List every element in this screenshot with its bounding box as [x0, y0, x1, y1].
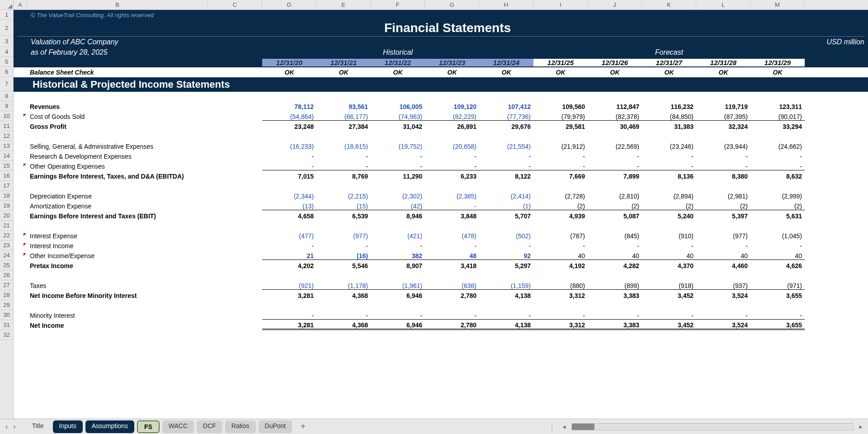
col-header-I[interactable]: I	[533, 0, 588, 9]
row-header-7[interactable]: 7	[0, 77, 13, 91]
col-header-M[interactable]: M	[750, 0, 805, 9]
cell-10-1[interactable]: (15)	[316, 203, 371, 210]
cell-7-2[interactable]: 11,290	[371, 173, 425, 180]
date-header-4[interactable]: 12/31/24	[479, 59, 533, 66]
select-all-corner[interactable]	[0, 0, 14, 10]
cell-7-5[interactable]: 7,669	[533, 173, 588, 180]
cell-9-0[interactable]: (2,344)	[262, 193, 316, 200]
cell-22-3[interactable]: 2,780	[425, 321, 479, 330]
cell-16-4[interactable]: 5,297	[479, 262, 533, 269]
bs-check-8[interactable]: OK	[696, 69, 750, 76]
cell-1-7[interactable]: (84,850)	[642, 113, 696, 121]
cell-18-7[interactable]: (918)	[642, 282, 696, 290]
cell-7-7[interactable]: 8,136	[642, 173, 696, 180]
cell-11-6[interactable]: 5,087	[588, 212, 642, 220]
cell-13-6[interactable]: (845)	[588, 232, 642, 240]
sheet-tab-assumptions[interactable]: Assumptions	[85, 420, 134, 433]
cell-10-8[interactable]: (2)	[696, 203, 750, 210]
sheet-tab-dupont[interactable]: DuPont	[259, 420, 292, 433]
cell-0-3[interactable]: 109,120	[425, 103, 479, 110]
cell-6-8[interactable]: -	[696, 163, 750, 170]
cell-9-4[interactable]: (2,414)	[479, 193, 533, 200]
cell-19-8[interactable]: 3,524	[696, 292, 750, 299]
cell-22-4[interactable]: 4,138	[479, 321, 533, 330]
cell-11-4[interactable]: 5,707	[479, 212, 533, 220]
cell-18-0[interactable]: (921)	[262, 282, 316, 290]
cell-5-0[interactable]: -	[262, 153, 316, 160]
cell-6-2[interactable]: -	[371, 163, 425, 170]
cell-7-8[interactable]: 8,380	[696, 173, 750, 180]
cell-22-6[interactable]: 3,383	[588, 321, 642, 330]
cell-22-0[interactable]: 3,281	[262, 321, 316, 330]
row-header-1[interactable]: 1	[0, 10, 13, 20]
cell-6-0[interactable]: -	[262, 163, 316, 170]
sheet-tab-fs[interactable]: FS	[137, 420, 160, 433]
cell-13-0[interactable]: (477)	[262, 232, 316, 240]
cell-4-0[interactable]: (16,233)	[262, 143, 316, 150]
cell-9-3[interactable]: (2,385)	[425, 193, 479, 200]
cell-22-8[interactable]: 3,524	[696, 321, 750, 330]
cell-10-9[interactable]: (2)	[750, 203, 805, 210]
bs-check-6[interactable]: OK	[588, 69, 642, 76]
row-header-27[interactable]: 27	[0, 280, 13, 290]
cell-7-6[interactable]: 7,899	[588, 173, 642, 180]
col-header-G[interactable]: G	[425, 0, 479, 9]
date-header-3[interactable]: 12/31/23	[425, 59, 479, 66]
cell-2-2[interactable]: 31,042	[371, 123, 425, 130]
cell-18-6[interactable]: (899)	[588, 282, 642, 290]
bs-check-4[interactable]: OK	[479, 69, 533, 76]
cell-13-8[interactable]: (977)	[696, 232, 750, 240]
cell-10-2[interactable]: (42)	[371, 203, 425, 210]
cell-21-9[interactable]: -	[750, 312, 805, 320]
row-header-29[interactable]: 29	[0, 300, 13, 310]
bs-check-1[interactable]: OK	[316, 69, 371, 76]
cell-19-5[interactable]: 3,312	[533, 292, 588, 299]
cell-11-3[interactable]: 3,848	[425, 212, 479, 220]
row-header-4[interactable]: 4	[0, 47, 13, 57]
cell-16-2[interactable]: 8,907	[371, 262, 425, 269]
row-header-6[interactable]: 6	[0, 67, 13, 77]
sheet-tab-inputs[interactable]: Inputs	[53, 420, 83, 433]
cell-15-0[interactable]: 21	[262, 252, 316, 260]
cell-4-4[interactable]: (21,554)	[479, 143, 533, 150]
cell-11-1[interactable]: 6,539	[316, 212, 371, 220]
cell-21-5[interactable]: -	[533, 312, 588, 320]
cell-18-4[interactable]: (1,159)	[479, 282, 533, 290]
date-header-6[interactable]: 12/31/26	[588, 59, 642, 66]
cell-4-6[interactable]: (22,569)	[588, 143, 642, 150]
sheet-tab-ratios[interactable]: Ratios	[225, 420, 256, 433]
cell-1-2[interactable]: (74,963)	[371, 113, 425, 121]
cell-5-5[interactable]: -	[533, 153, 588, 160]
cell-15-4[interactable]: 92	[479, 252, 533, 260]
row-header-9[interactable]: 9	[0, 101, 13, 111]
cell-15-8[interactable]: 40	[696, 252, 750, 260]
cell-14-8[interactable]: -	[696, 242, 750, 250]
column-headers[interactable]: ABCDEFGHIJKLM	[14, 0, 868, 10]
cell-21-7[interactable]: -	[642, 312, 696, 320]
row-header-32[interactable]: 32	[0, 330, 13, 340]
cell-6-3[interactable]: -	[425, 163, 479, 170]
cell-16-9[interactable]: 4,626	[750, 262, 805, 269]
col-header-C[interactable]: C	[208, 0, 262, 9]
row-header-16[interactable]: 16	[0, 171, 13, 181]
cell-0-0[interactable]: 78,112	[262, 103, 316, 110]
cell-1-3[interactable]: (82,229)	[425, 113, 479, 121]
cell-9-7[interactable]: (2,894)	[642, 193, 696, 200]
cell-5-3[interactable]: -	[425, 153, 479, 160]
cell-10-3[interactable]: -	[425, 203, 479, 210]
cell-10-4[interactable]: (1)	[479, 203, 533, 210]
tab-next-icon[interactable]: ›	[11, 423, 17, 431]
cell-14-5[interactable]: -	[533, 242, 588, 250]
row-header-21[interactable]: 21	[0, 221, 13, 231]
cell-2-0[interactable]: 23,248	[262, 123, 316, 130]
col-header-K[interactable]: K	[642, 0, 696, 9]
bs-check-0[interactable]: OK	[262, 69, 316, 76]
row-header-18[interactable]: 18	[0, 191, 13, 201]
cell-19-6[interactable]: 3,383	[588, 292, 642, 299]
cell-7-3[interactable]: 6,233	[425, 173, 479, 180]
cell-9-9[interactable]: (2,999)	[750, 193, 805, 200]
cell-0-1[interactable]: 93,561	[316, 103, 371, 110]
cell-19-0[interactable]: 3,281	[262, 292, 316, 299]
cell-13-2[interactable]: (421)	[371, 232, 425, 240]
date-header-5[interactable]: 12/31/25	[533, 59, 588, 66]
